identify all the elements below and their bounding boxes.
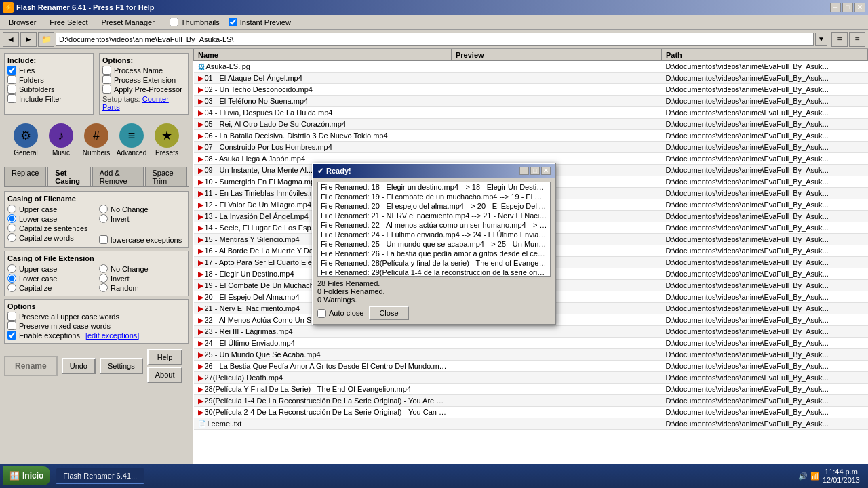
fn-cap-sent-radio[interactable] xyxy=(7,224,16,232)
table-row[interactable]: ▶03 - El Teléfono No Suena.mp4 D:\docume… xyxy=(194,96,868,107)
close-button[interactable]: ✕ xyxy=(854,3,865,12)
tab-replace[interactable]: Replace xyxy=(4,167,46,186)
fn-lower-radio[interactable] xyxy=(7,214,16,223)
fn-upper-radio[interactable] xyxy=(7,205,16,214)
auto-close-checkbox[interactable] xyxy=(317,309,326,318)
table-row[interactable]: ▶23 - Rei III - Lágrimas.mp4 D:\document… xyxy=(194,326,868,338)
fn-cap-words-radio[interactable] xyxy=(7,233,16,242)
toolbar-back-button[interactable]: ◄ xyxy=(3,32,19,47)
table-row[interactable]: ▶26 - La Bestia Que Pedía Amor A Gritos … xyxy=(194,361,868,372)
ext-no-change-radio[interactable] xyxy=(99,264,108,273)
left-panel: Include: Files Folders Subfolders Includ… xyxy=(0,49,193,473)
table-row[interactable]: 📄Leemel.txt D:\documentos\videos\anime\E… xyxy=(194,418,868,430)
general-icon-button[interactable]: ⚙ General xyxy=(9,120,42,160)
counter-link[interactable]: Counter xyxy=(142,95,169,103)
help-button[interactable]: Help xyxy=(147,349,183,365)
dialog-close-button[interactable]: ✕ xyxy=(541,167,551,175)
tab-space-trim[interactable]: Space Trim xyxy=(145,167,187,186)
tab-add-remove[interactable]: Add & Remove xyxy=(92,167,144,186)
presets-icon-button[interactable]: ★ Presets xyxy=(151,120,183,160)
menu-preset-manager[interactable]: Preset Manager xyxy=(96,16,161,28)
dialog-log-item[interactable]: File Renamed: 25 - Un mundo que se acaba… xyxy=(318,239,550,249)
table-row[interactable]: ▶04 - Lluvia, Después De La Huida.mp4 D:… xyxy=(194,107,868,119)
table-row[interactable]: 🖼Asuka-LS.jpg D:\documentos\videos\anime… xyxy=(194,61,868,73)
instant-preview-checkbox-label[interactable]: Instant Preview xyxy=(229,18,291,26)
settings-button[interactable]: Settings xyxy=(100,358,143,374)
dialog-minimize-button[interactable]: ─ xyxy=(519,167,529,175)
advanced-icon-button[interactable]: ≡ Advanced xyxy=(115,120,148,160)
table-row[interactable]: ▶24 - El Último Enviado.mp4 D:\documento… xyxy=(194,338,868,349)
tab-set-casing[interactable]: Set Casing xyxy=(47,167,90,186)
thumbnails-checkbox[interactable] xyxy=(170,18,178,26)
options2-title: Options xyxy=(7,302,185,310)
include-filter-checkbox[interactable] xyxy=(7,94,16,103)
dialog-log-item[interactable]: File Renamed: 26 - La bestia que pedía a… xyxy=(318,249,550,258)
include-subfolders-checkbox[interactable] xyxy=(7,85,16,94)
path-input[interactable]: D:\documentos\videos\anime\EvaFull_By_As… xyxy=(56,33,814,46)
toolbar-folder-button[interactable]: 📁 xyxy=(38,32,54,47)
dialog-maximize-button[interactable]: □ xyxy=(530,167,540,175)
col-path-header[interactable]: Path xyxy=(662,49,868,61)
undo-button[interactable]: Undo xyxy=(62,358,96,374)
instant-preview-checkbox[interactable] xyxy=(229,18,237,26)
dialog-log-item[interactable]: File Renamed: 21 - NERV el nacimiento.mp… xyxy=(318,211,550,220)
ext-lower-radio[interactable] xyxy=(7,274,16,283)
menu-free-select[interactable]: Free Select xyxy=(43,16,94,28)
dialog-log-item[interactable]: File Renamed: 24 - El último enviado.mp4… xyxy=(318,230,550,239)
col-name-header[interactable]: Name xyxy=(194,49,452,61)
table-row[interactable]: ▶06 - La Batalla Decisiva. Distrtio 3 De… xyxy=(194,130,868,142)
include-folders-checkbox[interactable] xyxy=(7,75,16,84)
table-row[interactable]: ▶05 - Rei, Al Otro Lado De Su Corazón.mp… xyxy=(194,119,868,130)
toolbar-forward-button[interactable]: ► xyxy=(20,32,37,47)
ext-random-radio[interactable] xyxy=(99,283,108,292)
start-button[interactable]: 🪟 Inicio xyxy=(3,466,50,485)
fn-invert-radio[interactable] xyxy=(99,214,108,223)
table-row[interactable]: ▶02 - Un Techo Desconocido.mp4 D:\docume… xyxy=(194,84,868,96)
process-ext-checkbox[interactable] xyxy=(102,75,111,84)
menu-browser[interactable]: Browser xyxy=(3,16,42,28)
file-path: D:\documentos\videos\anime\EvaFull_By_As… xyxy=(662,234,868,245)
dialog-log-item[interactable]: File Renamed: 18 - Elegir un destino.mp4… xyxy=(318,182,550,192)
dialog-close-button[interactable]: Close xyxy=(369,306,408,320)
preserve-upper-checkbox[interactable] xyxy=(7,312,16,321)
thumbnails-checkbox-label[interactable]: Thumbnails xyxy=(170,18,220,26)
edit-exceptions-link[interactable]: [edit exceptions] xyxy=(85,331,140,340)
toolbar-extra2-button[interactable]: ≡ xyxy=(849,32,865,47)
dialog-log-list[interactable]: File Renamed: 18 - Elegir un destino.mp4… xyxy=(317,182,551,277)
enable-exceptions-checkbox[interactable] xyxy=(7,331,16,340)
dialog-log-item[interactable]: File Renamed: 20 - El espejo del alma.mp… xyxy=(318,201,550,211)
dialog-log-item[interactable]: File Renamed: 19 - El combate de un much… xyxy=(318,192,550,201)
table-row[interactable]: ▶01 - El Ataque Del Ángel.mp4 D:\documen… xyxy=(194,73,868,84)
numbers-icon-button[interactable]: # Numbers xyxy=(80,120,113,160)
fn-no-change-radio[interactable] xyxy=(99,205,108,214)
table-row[interactable]: ▶30(Película 2-4 De La Reconstrucción De… xyxy=(194,407,868,418)
auto-close-label[interactable]: Auto close xyxy=(317,309,363,318)
rename-button[interactable]: Rename xyxy=(4,356,58,376)
ext-cap-label: Capitalize xyxy=(19,284,52,292)
dialog-log-item[interactable]: File Renamed: 29(Película 1-4 de la reco… xyxy=(318,268,550,277)
maximize-button[interactable]: □ xyxy=(842,3,853,12)
toolbar-extra1-button[interactable]: ≡ xyxy=(831,32,848,47)
parts-link[interactable]: Parts xyxy=(102,103,120,111)
dialog-log-item[interactable]: File Renamed: 28(Película y final de la … xyxy=(318,258,550,268)
preserve-mixed-checkbox[interactable] xyxy=(7,321,16,330)
table-row[interactable]: ▶07 - Construido Por Los Hombres.mp4 D:\… xyxy=(194,142,868,153)
table-row[interactable]: ▶27(Película) Death.mp4 D:\documentos\vi… xyxy=(194,372,868,384)
minimize-button[interactable]: ─ xyxy=(830,3,841,12)
ext-cap-radio[interactable] xyxy=(7,283,16,292)
include-files-checkbox[interactable] xyxy=(7,66,16,75)
table-row[interactable]: ▶29(Película 1-4 De La Reconstrucción De… xyxy=(194,395,868,407)
taskbar-flash-renamer[interactable]: Flash Renamer 6.41... xyxy=(56,468,144,484)
ext-upper-radio[interactable] xyxy=(7,264,16,273)
table-row[interactable]: ▶25 - Un Mundo Que Se Acaba.mp4 D:\docum… xyxy=(194,349,868,361)
fn-lc-exc-checkbox[interactable] xyxy=(99,235,108,244)
about-button[interactable]: About xyxy=(147,367,183,383)
col-preview-header[interactable]: Preview xyxy=(452,49,662,61)
dialog-log-item[interactable]: File Renamed: 22 - Al menos actúa como u… xyxy=(318,220,550,230)
apply-preprocessor-checkbox[interactable] xyxy=(102,85,111,94)
process-name-checkbox[interactable] xyxy=(102,66,111,75)
table-row[interactable]: ▶28(Película Y Final De La Serie) - The … xyxy=(194,384,868,395)
path-dropdown-button[interactable]: ▼ xyxy=(815,33,827,46)
music-icon-button[interactable]: ♪ Music xyxy=(45,120,77,160)
ext-invert-radio[interactable] xyxy=(99,274,108,283)
